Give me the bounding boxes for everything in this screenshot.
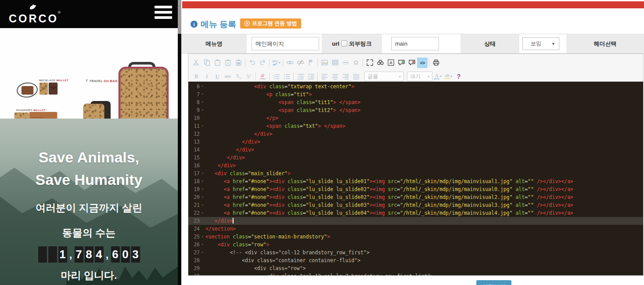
code-line-15[interactable]: 15 </div>: [188, 154, 643, 162]
fold-arrow-icon[interactable]: ▾: [200, 177, 205, 185]
code-line-14[interactable]: 14 </div>: [188, 146, 643, 154]
unlink-icon[interactable]: [295, 58, 306, 68]
maximize-icon[interactable]: [364, 58, 375, 68]
code-line-23[interactable]: 23 </div>: [188, 217, 643, 225]
counter-digit: 0: [121, 246, 130, 263]
image-icon[interactable]: [319, 58, 330, 68]
code-line-11[interactable]: 11▾ <span class="txt"> </span>: [188, 122, 643, 130]
size-combo[interactable]: 크기▾: [407, 72, 432, 81]
indent-icon[interactable]: [306, 71, 316, 82]
product-slide[interactable]: NECKLACE WALLET PASSPORT WALLET TRAVEL G…: [0, 28, 178, 119]
code-line-21[interactable]: 21▾ <a href="#none"><div class="lu_slide…: [188, 201, 643, 209]
paste-icon[interactable]: [212, 58, 223, 68]
header-select-label: 헤더선택: [566, 34, 644, 53]
code-line-25[interactable]: 25▾<section class="section-main-brandsto…: [188, 233, 643, 241]
code-line-7[interactable]: 7▾ <p class="tit">: [188, 90, 643, 98]
fold-arrow-icon[interactable]: ▾: [200, 170, 205, 177]
spell-error-icon[interactable]: [407, 58, 417, 68]
code-line-19[interactable]: 19▾ <a href="#none"><div class="lu_slide…: [188, 185, 643, 193]
code-line-28[interactable]: 28 <div class="container container-fluid…: [188, 256, 643, 264]
svg-text:W: W: [237, 61, 240, 65]
bg-color-icon[interactable]: ab▾: [443, 71, 453, 82]
fold-arrow-icon[interactable]: ▾: [200, 83, 205, 90]
fold-arrow-icon[interactable]: ▾: [200, 201, 205, 209]
subscript-icon[interactable]: X2: [233, 71, 244, 82]
bold-icon[interactable]: B: [191, 71, 201, 82]
hline-icon[interactable]: [340, 58, 351, 68]
find-icon[interactable]: [375, 58, 385, 68]
external-link-checkbox[interactable]: [341, 40, 347, 47]
remove-format-icon[interactable]: [257, 71, 268, 82]
menu-name-input[interactable]: [252, 37, 319, 51]
fold-arrow-icon[interactable]: ▾: [200, 249, 205, 256]
table-icon[interactable]: [330, 58, 340, 68]
code-line-29[interactable]: 29 <div class="row">: [188, 264, 643, 272]
redo-icon[interactable]: [257, 58, 268, 68]
font-combo[interactable]: 글꼴▾: [364, 72, 404, 81]
fold-arrow-icon[interactable]: ▾: [200, 122, 205, 130]
align-center-icon[interactable]: [330, 71, 340, 82]
underline-icon[interactable]: U: [212, 71, 223, 82]
code-line-24[interactable]: 24</section>: [188, 225, 643, 233]
help-icon[interactable]: ?: [453, 71, 464, 82]
code-line-20[interactable]: 20▾ <a href="#none"><div class="lu_slide…: [188, 193, 643, 201]
align-left-icon[interactable]: [319, 71, 330, 82]
fold-gutter: [200, 217, 205, 225]
program-link-help-button[interactable]: ? 프로그램 연동 방법: [240, 18, 301, 29]
spellcheck-icon[interactable]: ABC▾: [271, 58, 281, 68]
fold-arrow-icon[interactable]: ▾: [200, 241, 205, 249]
admin-panel: i 메뉴 등록 ? 프로그램 연동 방법 메뉴명 url 외부링크 상태 보임 …: [181, 0, 644, 285]
counter-suffix: 마리 입니다.: [0, 269, 178, 282]
fold-arrow-icon[interactable]: ▾: [200, 233, 205, 241]
code-line-6[interactable]: 6▾ <div class="txtwrap text-center">: [188, 83, 643, 90]
code-line-13[interactable]: 13 </div>: [188, 138, 643, 146]
url-input[interactable]: [391, 37, 439, 51]
counter-digit: 8: [85, 246, 94, 263]
fold-arrow-icon[interactable]: ▾: [200, 98, 205, 106]
link-icon[interactable]: [284, 58, 295, 68]
code-line-10[interactable]: 10 </p>: [188, 114, 643, 122]
fold-arrow-icon[interactable]: ▾: [200, 185, 205, 193]
code-line-16[interactable]: 16 </div>: [188, 162, 643, 170]
corco-logo[interactable]: CORCO ®: [9, 3, 61, 25]
preview-button[interactable]: 미리보기: [476, 280, 511, 285]
align-justify-icon[interactable]: [351, 71, 361, 82]
fold-arrow-icon[interactable]: ▾: [200, 106, 205, 114]
code-line-12[interactable]: 12 </div>: [188, 130, 643, 138]
code-line-18[interactable]: 18▾ <a href="#none"><div class="lu_slide…: [188, 177, 643, 185]
counter-digit: 4: [95, 246, 104, 263]
print-icon[interactable]: [431, 58, 441, 68]
ul-icon[interactable]: [281, 71, 292, 82]
code-line-30[interactable]: 30 <div class="col-12 col-lg-7 brandstor…: [188, 272, 643, 275]
source-icon[interactable]: <>: [417, 58, 428, 68]
copy-icon[interactable]: [201, 58, 212, 68]
anchor-icon[interactable]: [306, 58, 316, 68]
code-line-17[interactable]: 17▾ <div class="main_slider">: [188, 170, 643, 177]
spell-suggest-icon[interactable]: [396, 58, 407, 68]
undo-icon[interactable]: [247, 58, 257, 68]
code-line-8[interactable]: 8▾ <span class="tit1"> </span>: [188, 98, 643, 106]
fold-arrow-icon[interactable]: ▾: [200, 193, 205, 201]
superscript-icon[interactable]: X2: [244, 71, 254, 82]
cut-icon[interactable]: [191, 58, 201, 68]
text-color-icon[interactable]: A▾: [432, 71, 443, 82]
code-line-22[interactable]: 22▾ <a href="#none"><div class="lu_slide…: [188, 209, 643, 217]
ol-icon[interactable]: 123: [271, 71, 281, 82]
code-line-9[interactable]: 9▾ <span class="tit2"> </span>: [188, 106, 643, 114]
fold-arrow-icon[interactable]: ▾: [200, 209, 205, 217]
paste-word-icon[interactable]: W: [233, 58, 244, 68]
outdent-icon[interactable]: [295, 71, 306, 82]
omega-icon[interactable]: Ω: [351, 58, 361, 68]
code-line-27[interactable]: 27▾ <!-- <div class="col-12 brandstory_r…: [188, 249, 643, 256]
status-select[interactable]: 보임 ▼: [522, 37, 559, 50]
strike-icon[interactable]: abc: [223, 71, 233, 82]
italic-icon[interactable]: I: [201, 71, 212, 82]
fold-arrow-icon[interactable]: ▾: [200, 90, 205, 98]
source-code-area[interactable]: 6▾ <div class="txtwrap text-center">7▾ <…: [188, 82, 643, 275]
align-right-icon[interactable]: [340, 71, 351, 82]
paste-text-icon[interactable]: A: [223, 58, 233, 68]
select-all-icon[interactable]: A: [385, 58, 396, 68]
counter-digit: 3: [131, 246, 140, 263]
code-line-26[interactable]: 26▾ <div class="row">: [188, 241, 643, 249]
hamburger-menu-icon[interactable]: [155, 6, 172, 20]
